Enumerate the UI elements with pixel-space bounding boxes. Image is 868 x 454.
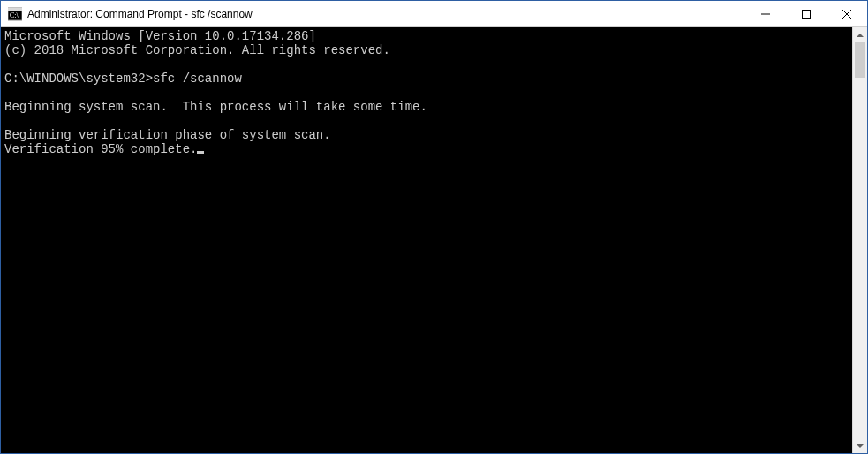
close-button[interactable] [826, 1, 867, 26]
minimize-button[interactable] [745, 1, 786, 26]
console-area: Microsoft Windows [Version 10.0.17134.28… [1, 27, 867, 453]
svg-marker-7 [857, 34, 864, 37]
line-version: Microsoft Windows [Version 10.0.17134.28… [4, 29, 316, 43]
console-output[interactable]: Microsoft Windows [Version 10.0.17134.28… [1, 27, 852, 453]
svg-rect-4 [803, 10, 811, 18]
prompt-command: sfc /scannow [153, 72, 242, 86]
titlebar[interactable]: C:\ Administrator: Command Prompt - sfc … [1, 1, 867, 27]
verify-suffix: % complete. [116, 142, 197, 156]
scroll-thumb[interactable] [855, 42, 865, 78]
text-cursor [197, 151, 204, 154]
scroll-track[interactable] [853, 42, 867, 438]
verify-prefix: Verification [4, 142, 101, 156]
cmd-icon: C:\ [8, 7, 22, 21]
line-begin-scan: Beginning system scan. This process will… [4, 100, 427, 114]
scroll-up-arrow-icon[interactable] [853, 27, 867, 42]
svg-rect-1 [8, 8, 22, 11]
window-title: Administrator: Command Prompt - sfc /sca… [27, 8, 745, 20]
verify-percent: 95 [101, 142, 116, 156]
vertical-scrollbar[interactable] [852, 27, 867, 453]
window-controls [745, 1, 867, 26]
svg-marker-8 [857, 444, 864, 448]
prompt-path: C:\WINDOWS\system32> [4, 72, 153, 86]
maximize-button[interactable] [786, 1, 826, 26]
scroll-down-arrow-icon[interactable] [853, 438, 867, 453]
line-verify-phase: Beginning verification phase of system s… [4, 128, 331, 142]
svg-text:C:\: C:\ [10, 11, 19, 19]
line-copyright: (c) 2018 Microsoft Corporation. All righ… [4, 43, 390, 57]
